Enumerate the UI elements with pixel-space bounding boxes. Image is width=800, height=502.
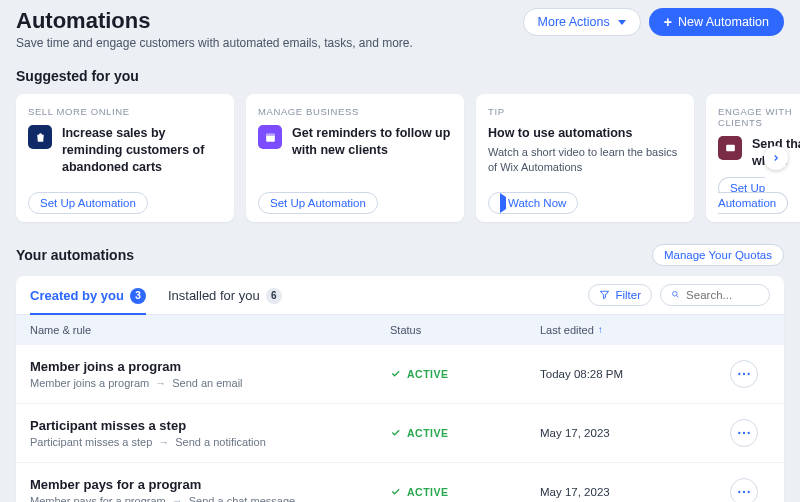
tab-installed-for-you[interactable]: Installed for you 6 bbox=[168, 276, 282, 314]
tab-count-badge: 6 bbox=[266, 288, 282, 304]
sort-ascending-icon: ↑ bbox=[598, 324, 603, 335]
col-edited-header[interactable]: Last edited ↑ bbox=[540, 324, 730, 336]
status-label: ACTIVE bbox=[407, 486, 449, 498]
last-edited: Today 08:28 PM bbox=[540, 368, 730, 380]
automation-name: Participant misses a step bbox=[30, 418, 390, 433]
search-box[interactable] bbox=[660, 284, 770, 306]
svg-point-5 bbox=[738, 373, 740, 375]
filter-icon bbox=[599, 289, 610, 300]
filter-label: Filter bbox=[615, 289, 641, 301]
new-automation-label: New Automation bbox=[678, 15, 769, 29]
last-edited: May 17, 2023 bbox=[540, 486, 730, 498]
table-body: Member joins a program Member joins a pr… bbox=[16, 345, 784, 502]
new-automation-button[interactable]: + New Automation bbox=[649, 8, 784, 36]
chevron-right-icon bbox=[771, 153, 781, 163]
card-title: Get reminders to follow up with new clie… bbox=[292, 125, 452, 159]
suggested-row: SELL MORE ONLINE Increase sales by remin… bbox=[16, 94, 784, 222]
page-header: Automations Save time and engage custome… bbox=[16, 0, 784, 50]
table-header: Name & rule Status Last edited ↑ bbox=[16, 315, 784, 345]
automations-table-card: Created by you 3 Installed for you 6 Fil… bbox=[16, 276, 784, 502]
automation-rule: Member pays for a program → Send a chat … bbox=[30, 495, 390, 502]
chat-icon bbox=[718, 136, 742, 160]
watch-now-label: Watch Now bbox=[508, 197, 566, 209]
suggested-card[interactable]: SELL MORE ONLINE Increase sales by remin… bbox=[16, 94, 234, 222]
check-icon bbox=[390, 427, 401, 438]
col-name-header[interactable]: Name & rule bbox=[30, 324, 390, 336]
rule-action: Send a notification bbox=[175, 436, 266, 448]
automation-name: Member joins a program bbox=[30, 359, 390, 374]
card-title: How to use automations bbox=[488, 125, 682, 142]
col-status-header[interactable]: Status bbox=[390, 324, 540, 336]
arrow-right-icon: → bbox=[172, 495, 183, 502]
rule-action: Send a chat message bbox=[189, 495, 295, 502]
page-title: Automations bbox=[16, 8, 413, 34]
status-badge: ACTIVE bbox=[390, 427, 540, 439]
header-title-block: Automations Save time and engage custome… bbox=[16, 8, 413, 50]
tabs-row: Created by you 3 Installed for you 6 Fil… bbox=[16, 276, 784, 315]
setup-automation-button[interactable]: Set Up Automation bbox=[28, 192, 148, 214]
svg-point-10 bbox=[748, 432, 750, 434]
tab-count-badge: 3 bbox=[130, 288, 146, 304]
more-actions-label: More Actions bbox=[538, 15, 610, 29]
svg-point-9 bbox=[743, 432, 745, 434]
status-badge: ACTIVE bbox=[390, 486, 540, 498]
card-eyebrow: ENGAGE WITH CLIENTS bbox=[718, 106, 800, 128]
card-eyebrow: TIP bbox=[488, 106, 682, 117]
suggested-card[interactable]: MANAGE BUSINESS Get reminders to follow … bbox=[246, 94, 464, 222]
status-label: ACTIVE bbox=[407, 427, 449, 439]
suggested-card[interactable]: TIP How to use automations Watch a short… bbox=[476, 94, 694, 222]
chevron-down-icon bbox=[618, 20, 626, 25]
setup-automation-button[interactable]: Set Up Automation bbox=[718, 177, 788, 214]
svg-point-13 bbox=[748, 491, 750, 493]
svg-point-12 bbox=[743, 491, 745, 493]
status-badge: ACTIVE bbox=[390, 368, 540, 380]
svg-line-4 bbox=[677, 296, 679, 298]
play-icon bbox=[500, 193, 506, 213]
setup-automation-button[interactable]: Set Up Automation bbox=[258, 192, 378, 214]
calendar-icon bbox=[258, 125, 282, 149]
watch-now-button[interactable]: Watch Now bbox=[488, 192, 578, 214]
search-input[interactable] bbox=[686, 289, 759, 301]
suggested-heading: Suggested for you bbox=[16, 68, 784, 84]
arrow-right-icon: → bbox=[155, 377, 166, 389]
row-more-button[interactable] bbox=[730, 419, 758, 447]
scroll-right-button[interactable] bbox=[764, 146, 788, 170]
svg-point-6 bbox=[743, 373, 745, 375]
filter-button[interactable]: Filter bbox=[588, 284, 652, 306]
manage-quotas-button[interactable]: Manage Your Quotas bbox=[652, 244, 784, 266]
table-row[interactable]: Member joins a program Member joins a pr… bbox=[16, 345, 784, 403]
col-edited-label: Last edited bbox=[540, 324, 594, 336]
table-row[interactable]: Member pays for a program Member pays fo… bbox=[16, 462, 784, 502]
row-more-button[interactable] bbox=[730, 478, 758, 502]
svg-rect-2 bbox=[726, 144, 735, 151]
check-icon bbox=[390, 368, 401, 379]
svg-point-8 bbox=[738, 432, 740, 434]
automation-rule: Participant misses a step → Send a notif… bbox=[30, 436, 390, 448]
search-icon bbox=[671, 289, 680, 300]
status-label: ACTIVE bbox=[407, 368, 449, 380]
card-eyebrow: SELL MORE ONLINE bbox=[28, 106, 222, 117]
arrow-right-icon: → bbox=[158, 436, 169, 448]
ellipsis-icon bbox=[737, 490, 751, 494]
your-automations-heading: Your automations bbox=[16, 247, 134, 263]
more-actions-button[interactable]: More Actions bbox=[523, 8, 641, 36]
ellipsis-icon bbox=[737, 372, 751, 376]
svg-rect-1 bbox=[266, 133, 275, 135]
svg-point-11 bbox=[738, 491, 740, 493]
rule-trigger: Member pays for a program bbox=[30, 495, 166, 502]
check-icon bbox=[390, 486, 401, 497]
rule-trigger: Member joins a program bbox=[30, 377, 149, 389]
row-more-button[interactable] bbox=[730, 360, 758, 388]
rule-trigger: Participant misses a step bbox=[30, 436, 152, 448]
ellipsis-icon bbox=[737, 431, 751, 435]
svg-point-7 bbox=[748, 373, 750, 375]
table-row[interactable]: Participant misses a step Participant mi… bbox=[16, 403, 784, 462]
card-eyebrow: MANAGE BUSINESS bbox=[258, 106, 452, 117]
rule-action: Send an email bbox=[172, 377, 242, 389]
card-description: Watch a short video to learn the basics … bbox=[488, 145, 682, 175]
svg-point-3 bbox=[673, 292, 678, 297]
plus-icon: + bbox=[664, 15, 672, 29]
tab-created-by-you[interactable]: Created by you 3 bbox=[30, 276, 146, 314]
header-actions: More Actions + New Automation bbox=[523, 8, 784, 36]
tab-label: Created by you bbox=[30, 288, 124, 303]
